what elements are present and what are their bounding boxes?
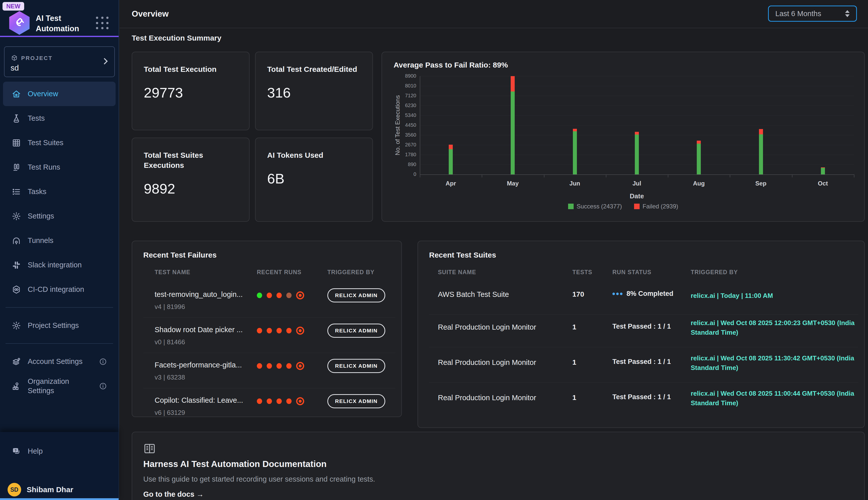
test-name[interactable]: Copilot: Classified: Leave... <box>155 396 243 405</box>
suite-tests-count: 170 <box>572 290 584 298</box>
suite-name[interactable]: Real Production Login Monitor <box>438 394 536 402</box>
chart-x-tick: Aug <box>681 180 716 187</box>
stat-card-ai-tokens: AI Tokens Used 6B <box>255 138 373 222</box>
run-status-failed-icon[interactable] <box>277 363 282 369</box>
date-range-select[interactable]: Last 6 Months <box>768 5 857 22</box>
triggered-by-button[interactable]: RELICX ADMIN <box>327 359 385 373</box>
run-status-failed-icon[interactable] <box>267 328 272 333</box>
run-status-failed-icon[interactable] <box>277 328 282 333</box>
chevron-right-icon <box>101 58 107 64</box>
run-status-failed-icon[interactable] <box>277 293 282 298</box>
info-icon[interactable] <box>99 357 107 366</box>
info-icon[interactable] <box>99 382 107 390</box>
sidebar-item-tunnels[interactable]: Tunnels <box>3 228 116 253</box>
sidebar-item-help[interactable]: ? Help <box>3 439 116 464</box>
suite-name[interactable]: Real Production Login Monitor <box>438 359 536 367</box>
run-status-failed-icon[interactable] <box>257 363 262 369</box>
gear-icon <box>12 212 21 221</box>
run-status-failed-icon[interactable] <box>286 363 292 369</box>
sidebar-item-organization-settings[interactable]: Organization Settings <box>3 374 116 398</box>
chart-x-tick: Sep <box>743 180 778 187</box>
run-status-failed-icon[interactable] <box>267 293 272 298</box>
chart-y-tick: 890 <box>386 161 416 167</box>
sidebar-item-label: Test Runs <box>28 162 107 172</box>
triggered-by-button[interactable]: RELICX ADMIN <box>327 323 385 338</box>
sidebar-item-slack-integration[interactable]: Slack integration <box>3 253 116 277</box>
sidebar-item-tests[interactable]: Tests <box>3 106 116 130</box>
run-status-failed-icon[interactable] <box>277 398 282 404</box>
sidebar-item-test-suites[interactable]: Test Suites <box>3 130 116 155</box>
bar-Oct-success <box>821 168 825 174</box>
run-status-failed-icon[interactable] <box>257 328 262 333</box>
chart-x-tickmark <box>730 174 730 178</box>
run-status-aborted-icon[interactable] <box>286 293 292 298</box>
chart-x-tickmark <box>482 174 482 178</box>
sidebar-item-ci-cd-integration[interactable]: CI-CD integration <box>3 277 116 302</box>
triggered-by-text[interactable]: relicx.ai | Wed Oct 08 2025 11:00:44 GMT… <box>691 389 857 408</box>
docs-title: Harness AI Test Automation Documentation <box>143 459 327 469</box>
triggered-by-text[interactable]: relicx.ai | Wed Oct 08 2025 11:30:42 GMT… <box>691 353 857 373</box>
run-status-latest-icon[interactable] <box>296 362 304 370</box>
triggered-by-button[interactable]: RELICX ADMIN <box>327 288 385 303</box>
sidebar-divider <box>5 343 113 344</box>
triggered-by-text[interactable]: relicx.ai | Today | 11:00 AM <box>691 291 857 300</box>
stat-card-total-test-execution: Total Test Execution 29773 <box>132 52 249 130</box>
project-selector[interactable]: PROJECT sd <box>4 46 115 77</box>
stat-value: 6B <box>267 170 284 187</box>
test-name[interactable]: test-removing_auto_login... <box>155 290 243 299</box>
sidebar-item-label: Help <box>28 446 107 456</box>
run-status-failed-icon[interactable] <box>257 398 262 404</box>
apps-grid-icon[interactable] <box>96 16 109 30</box>
bar-Sep-failed <box>759 129 763 134</box>
legend-label: Failed (2939) <box>643 203 678 210</box>
sidebar-item-label: Project Settings <box>28 321 107 330</box>
run-status-latest-icon[interactable] <box>296 397 304 405</box>
section-title: Test Execution Summary <box>132 34 221 42</box>
project-value: sd <box>11 64 19 72</box>
run-status-success-icon[interactable] <box>257 293 262 298</box>
suite-name[interactable]: AWS Batch Test Suite <box>438 290 509 299</box>
run-status-failed-icon[interactable] <box>286 398 292 404</box>
test-name[interactable]: Facets-performance-gitla... <box>155 361 242 369</box>
run-status-latest-icon[interactable] <box>296 327 304 335</box>
chart-x-tick: Apr <box>433 180 468 187</box>
suite-name[interactable]: Real Production Login Monitor <box>438 323 536 331</box>
chart-y-tick: 8010 <box>386 83 416 89</box>
go-to-docs-link[interactable]: Go to the docs → <box>143 490 204 499</box>
chart-legend: Success (24377)Failed (2939) <box>382 203 864 210</box>
stat-label: Total Test Suites Executions <box>144 150 239 170</box>
row-separator <box>143 388 395 388</box>
sidebar-item-tasks[interactable]: Tasks <box>3 180 116 204</box>
sidebar-item-account-settings[interactable]: Account Settings <box>3 349 116 374</box>
bar-Aug-success <box>697 144 701 174</box>
recent-runs <box>257 326 304 335</box>
column-header-triggered-by: TRIGGERED BY <box>327 269 374 276</box>
sidebar-item-label: CI-CD integration <box>28 285 107 294</box>
docs-icon <box>143 442 156 455</box>
run-status-latest-icon[interactable] <box>296 291 304 299</box>
row-separator <box>429 382 858 383</box>
run-status-failed-icon[interactable] <box>267 398 272 404</box>
suite-run-status: Test Passed : 1 / 1 <box>612 322 671 330</box>
suite-run-status: 8% Completed <box>612 290 673 298</box>
sidebar-item-project-settings[interactable]: Project Settings <box>3 313 116 338</box>
sidebar-item-overview[interactable]: Overview <box>3 82 116 106</box>
recent-runs <box>257 362 304 370</box>
recent-runs <box>257 397 304 406</box>
bar-Apr-failed <box>449 145 453 149</box>
stat-value: 316 <box>267 84 291 101</box>
test-name[interactable]: Shadow root Date picker ... <box>155 326 243 334</box>
project-selector-head: PROJECT <box>11 55 52 62</box>
user-menu[interactable]: SD Shibam Dhar <box>8 483 73 497</box>
triggered-by-button[interactable]: RELICX ADMIN <box>327 394 385 408</box>
sidebar-item-label: Tasks <box>28 187 107 196</box>
run-status-failed-icon[interactable] <box>286 328 292 333</box>
run-status-failed-icon[interactable] <box>267 363 272 369</box>
sidebar-item-label: Organization Settings <box>28 377 90 395</box>
sidebar-item-settings[interactable]: Settings <box>3 204 116 228</box>
triggered-by-text[interactable]: relicx.ai | Wed Oct 08 2025 12:00:23 GMT… <box>691 318 857 337</box>
stat-label: AI Tokens Used <box>267 150 363 160</box>
recent-runs <box>257 291 304 300</box>
legend-label: Success (24377) <box>577 203 622 210</box>
sidebar-item-test-runs[interactable]: Test Runs <box>3 155 116 180</box>
